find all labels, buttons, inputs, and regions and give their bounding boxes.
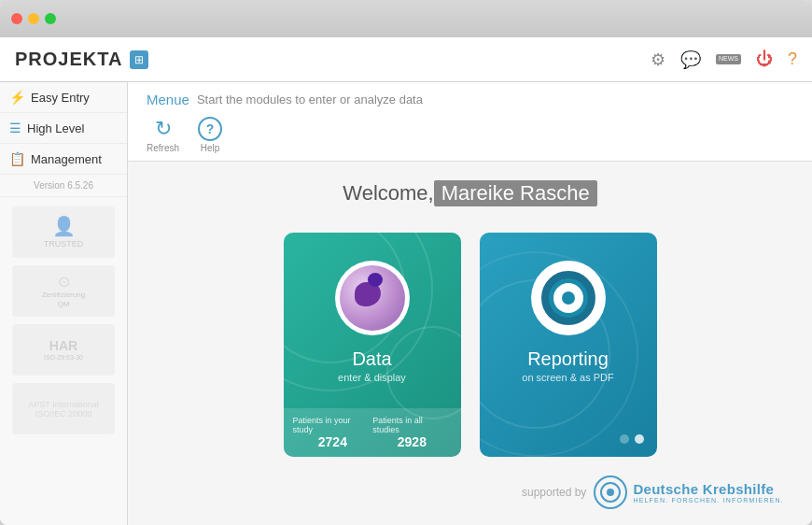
main-layout: ⚡ Easy Entry ☰ High Level 📋 Management V…	[0, 82, 812, 525]
logo-icon	[130, 50, 148, 69]
sidebar-badges: 👤 TRUSTED ⊙ ZertifizierungQM HAR ISO-29:…	[0, 197, 127, 525]
dk-tagline: HELFEN. FORSCHEN. INFORMIEREN.	[633, 497, 784, 504]
sidebar-label-high-level: High Level	[27, 121, 84, 135]
stat-all-studies-label: Patients in all studies	[372, 416, 451, 434]
chat-icon[interactable]: 💬	[680, 50, 701, 70]
high-level-icon: ☰	[9, 121, 21, 135]
news-badge[interactable]: NEWS	[716, 54, 741, 64]
management-icon: 📋	[9, 151, 25, 166]
refresh-label: Refresh	[147, 143, 179, 153]
cell-image	[340, 265, 405, 331]
dk-circle-outer	[594, 475, 627, 509]
badge-trusted-text: TRUSTED	[44, 239, 84, 250]
sidebar-label-management: Management	[31, 152, 102, 166]
badge-qm-text: ZertifizierungQM	[42, 291, 85, 310]
bullseye-icon	[540, 270, 596, 326]
traffic-lights	[11, 13, 56, 24]
badge-har-text: ISO-29:63-30	[44, 353, 83, 362]
reporting-card[interactable]: Reporting on screen & as PDF	[480, 233, 657, 457]
sidebar-item-management[interactable]: 📋 Management	[0, 144, 127, 175]
reporting-dots	[620, 434, 644, 444]
welcome-name: Mareike Rasche	[434, 180, 597, 206]
data-card-title: Data	[352, 348, 391, 370]
dk-circle-dot	[607, 489, 614, 496]
cards-row: Data enter & display Patients in your st…	[284, 233, 657, 457]
logo-area: PROJEKTA	[15, 49, 148, 70]
help-button[interactable]: ? Help	[198, 117, 222, 153]
stat-your-study-value: 2724	[318, 434, 347, 449]
content-body: Welcome, Mareike Rasche	[128, 162, 812, 525]
sidebar-item-easy-entry[interactable]: ⚡ Easy Entry	[0, 82, 127, 113]
toolbar-actions: ↻ Refresh ? Help	[147, 117, 793, 153]
dk-circle-inner	[600, 482, 621, 503]
dot-2-active	[635, 434, 644, 444]
dk-name: Deutsche Krebshilfe	[633, 481, 784, 497]
help-toolbar-icon: ?	[198, 117, 222, 141]
supported-by-text: supported by	[522, 486, 586, 499]
data-card-subtitle: enter & display	[338, 372, 406, 383]
dot-1	[620, 434, 629, 444]
easy-entry-icon: ⚡	[9, 90, 25, 105]
help-header-icon[interactable]: ?	[788, 50, 797, 69]
data-card-stats: Patients in your study 2724 Patients in …	[284, 408, 461, 457]
help-label: Help	[201, 143, 220, 153]
stat-all-studies-value: 2928	[398, 434, 427, 449]
maximize-button[interactable]	[45, 13, 56, 24]
stat-all-studies: Patients in all studies 2928	[372, 416, 451, 449]
sidebar: ⚡ Easy Entry ☰ High Level 📋 Management V…	[0, 82, 128, 525]
stat-your-study: Patients in your study 2724	[293, 416, 373, 449]
data-card[interactable]: Data enter & display Patients in your st…	[284, 233, 461, 457]
dk-text-block: Deutsche Krebshilfe HELFEN. FORSCHEN. IN…	[633, 481, 784, 504]
logo-text: PROJEKTA	[15, 49, 122, 70]
badge-iso: APST InternationalISO/IEC 20000	[12, 383, 115, 434]
badge-cert-qm: ⊙ ZertifizierungQM	[12, 265, 115, 317]
toolbar: Menue Start the modules to enter or anal…	[128, 82, 812, 162]
close-button[interactable]	[11, 13, 22, 24]
sidebar-item-high-level[interactable]: ☰ High Level	[0, 113, 127, 144]
bullseye-inner	[562, 291, 575, 305]
welcome-row: Welcome, Mareike Rasche	[343, 180, 596, 206]
deutsche-krebshilfe-logo: Deutsche Krebshilfe HELFEN. FORSCHEN. IN…	[594, 475, 784, 509]
reporting-card-subtitle: on screen & as PDF	[522, 372, 613, 383]
header-icons: ⚙ 💬 NEWS ⏻ ?	[651, 50, 797, 70]
refresh-icon: ↻	[155, 117, 172, 141]
toolbar-subtitle: Start the modules to enter or analyze da…	[197, 92, 423, 106]
bullseye-outer	[541, 271, 595, 325]
version-label: Version 6.5.26	[0, 175, 127, 197]
toolbar-title: Menue	[147, 92, 189, 107]
content-area: Menue Start the modules to enter or anal…	[128, 82, 812, 525]
reporting-card-title: Reporting	[527, 348, 609, 370]
reporting-card-icon	[531, 261, 606, 335]
stat-your-study-label: Patients in your study	[293, 416, 373, 434]
bullseye-mid	[553, 283, 583, 313]
app-window: PROJEKTA ⚙ 💬 NEWS ⏻ ? ⚡ Easy Entry ☰ Hig…	[0, 0, 812, 525]
sidebar-label-easy-entry: Easy Entry	[31, 91, 90, 105]
badge-har: HAR ISO-29:63-30	[12, 324, 115, 376]
gear-icon[interactable]: ⚙	[651, 50, 665, 70]
footer: supported by Deutsche Krebshilfe HELFEN.…	[147, 475, 793, 509]
titlebar	[0, 0, 812, 37]
refresh-button[interactable]: ↻ Refresh	[147, 117, 179, 153]
data-card-icon	[335, 261, 410, 335]
header: PROJEKTA ⚙ 💬 NEWS ⏻ ?	[0, 37, 812, 82]
toolbar-title-row: Menue Start the modules to enter or anal…	[147, 92, 793, 107]
badge-trusted: 👤 TRUSTED	[12, 206, 115, 258]
welcome-prefix: Welcome,	[343, 181, 433, 206]
power-icon[interactable]: ⏻	[756, 50, 773, 69]
minimize-button[interactable]	[28, 13, 39, 24]
cell-nucleus-2	[368, 273, 383, 287]
